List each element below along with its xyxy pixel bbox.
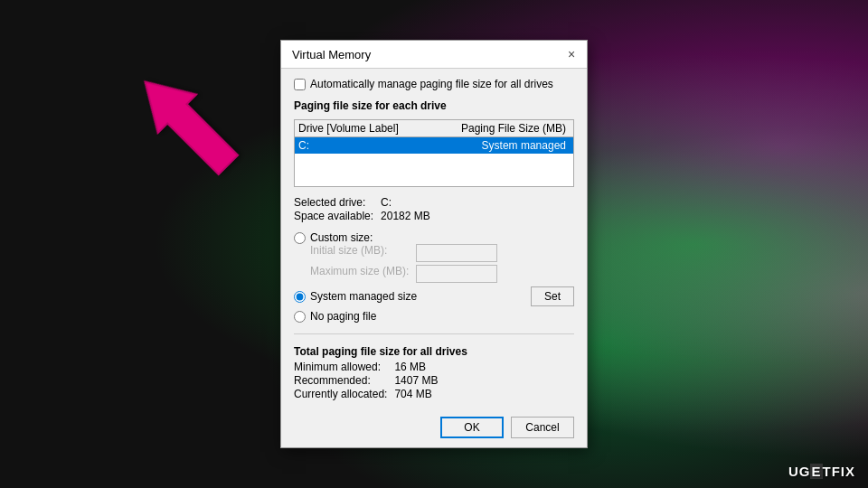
system-managed-section: System managed size Set — [294, 286, 574, 306]
title-bar: Virtual Memory × — [281, 41, 587, 69]
watermark-text: UGETFIX — [788, 464, 855, 479]
selected-drive-label: Selected drive: — [294, 196, 373, 209]
system-managed-label: System managed size — [310, 290, 417, 303]
drive-info: Selected drive: C: Space available: 2018… — [294, 196, 574, 222]
drive-table: Drive [Volume Label] Paging File Size (M… — [294, 119, 574, 187]
custom-size-radio[interactable] — [294, 232, 306, 244]
initial-size-input[interactable] — [416, 244, 497, 262]
total-grid: Minimum allowed: 16 MB Recommended: 1407… — [294, 361, 574, 400]
no-paging-radio[interactable] — [294, 311, 306, 323]
dialog-body: Automatically manage paging file size fo… — [281, 69, 587, 409]
no-paging-row: No paging file — [294, 310, 574, 323]
no-paging-label: No paging file — [310, 310, 376, 323]
auto-manage-checkbox[interactable] — [294, 79, 306, 90]
custom-size-row: Custom size: — [294, 231, 574, 244]
custom-size-label: Custom size: — [310, 231, 373, 244]
recommended-label: Recommended: — [294, 374, 387, 387]
selected-drive-value: C: — [381, 196, 574, 209]
custom-size-section: Custom size: Initial size (MB): Maximum … — [294, 231, 574, 283]
allocated-label: Currently allocated: — [294, 388, 387, 400]
cancel-button[interactable]: Cancel — [511, 417, 574, 438]
paging-section-label: Paging file size for each drive — [294, 99, 574, 112]
dialog-title: Virtual Memory — [292, 48, 371, 61]
close-button[interactable]: × — [563, 46, 580, 62]
separator — [294, 333, 574, 334]
allocated-value: 704 MB — [394, 388, 574, 400]
recommended-value: 1407 MB — [394, 374, 574, 387]
ok-button[interactable]: OK — [440, 417, 504, 438]
col-size-header: Paging File Size (MB) — [405, 122, 570, 135]
space-available-label: Space available: — [294, 210, 373, 222]
drive-table-row[interactable]: C: System managed — [295, 137, 573, 154]
total-section-label: Total paging file size for all drives — [294, 345, 574, 358]
auto-manage-label: Automatically manage paging file size fo… — [310, 78, 553, 90]
auto-manage-row: Automatically manage paging file size fo… — [294, 78, 574, 90]
size-cell: System managed — [405, 139, 570, 152]
col-drive-header: Drive [Volume Label] — [298, 122, 405, 135]
dialog-footer: OK Cancel — [281, 409, 587, 447]
set-button[interactable]: Set — [531, 286, 574, 306]
total-section: Total paging file size for all drives Mi… — [294, 345, 574, 400]
watermark: UGETFIX — [788, 464, 855, 479]
maximum-size-label: Maximum size (MB): — [310, 265, 409, 283]
drive-table-header: Drive [Volume Label] Paging File Size (M… — [295, 120, 573, 137]
drive-cell: C: — [298, 139, 405, 152]
minimum-value: 16 MB — [394, 361, 574, 373]
minimum-label: Minimum allowed: — [294, 361, 387, 373]
maximum-size-input[interactable] — [416, 265, 497, 283]
initial-size-label: Initial size (MB): — [310, 244, 409, 262]
custom-size-inputs: Initial size (MB): Maximum size (MB): — [310, 244, 574, 283]
system-managed-row: System managed size — [294, 290, 417, 303]
paging-options: Custom size: Initial size (MB): Maximum … — [294, 231, 574, 323]
virtual-memory-dialog: Virtual Memory × Automatically manage pa… — [280, 40, 588, 448]
space-available-value: 20182 MB — [381, 210, 574, 222]
system-managed-radio[interactable] — [294, 291, 306, 303]
